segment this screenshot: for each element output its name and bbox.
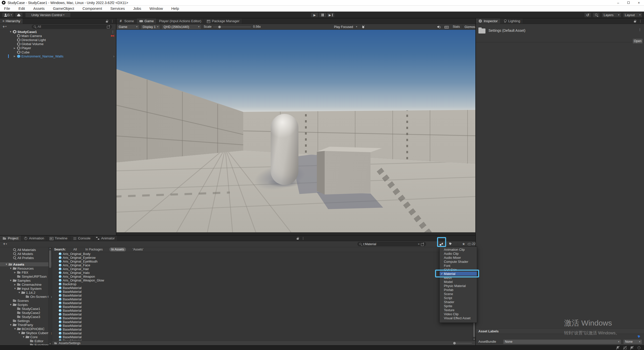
stats-toggle[interactable]: Stats	[453, 25, 460, 28]
type-filter-item[interactable]: Audio Clip	[440, 251, 477, 256]
folder-tree-item[interactable]: Scripts	[0, 303, 52, 307]
close-button[interactable]: ×	[634, 0, 644, 6]
icon-size-knob[interactable]	[453, 342, 456, 344]
type-filter-item[interactable]: Model	[440, 280, 477, 284]
type-filter-item[interactable]: Shader	[440, 300, 477, 304]
folder-tree-item[interactable]: Input System	[0, 287, 52, 291]
hierarchy-search-input[interactable]	[38, 25, 106, 28]
asset-row[interactable]: Aris_Original_EyeMouth	[52, 260, 475, 263]
hierarchy-item[interactable]: Global Volume	[0, 42, 116, 46]
bottom-tab[interactable]: Animator	[93, 236, 117, 241]
type-filter-item[interactable]: Physic Material	[440, 284, 477, 288]
create-asset-button[interactable]: +▾	[2, 242, 8, 246]
folder-tree-item[interactable]: Core	[0, 335, 52, 339]
assetbundle-dropdown[interactable]: None▾	[503, 339, 621, 344]
folder-tree-item[interactable]: Cinemachine	[0, 282, 52, 287]
favorite-item[interactable]: All Models	[0, 252, 52, 256]
expand-caret[interactable]	[5, 263, 8, 266]
bottom-tab[interactable]: Project	[0, 236, 21, 241]
asset-row[interactable]: BaseMaterial	[52, 294, 475, 297]
type-filter-item[interactable]: Animation Clip	[440, 247, 477, 251]
type-filter-item[interactable]: Prefab	[440, 288, 477, 292]
maximize-button[interactable]	[623, 0, 634, 6]
type-filter-item[interactable]: Audio Mixer	[440, 256, 477, 260]
asset-row[interactable]: Aris_Original_Body	[52, 252, 475, 256]
asset-row[interactable]: BaseMaterial	[52, 316, 475, 320]
expand-caret[interactable]	[9, 279, 13, 282]
scroll-up-icon[interactable]: ▲	[49, 247, 52, 250]
chevron-right-icon[interactable]: ›	[113, 54, 114, 58]
project-search-field[interactable]: ×	[357, 242, 426, 246]
kebab-icon[interactable]: ⋮	[639, 19, 642, 23]
expand-caret[interactable]	[9, 267, 13, 270]
expand-caret[interactable]	[13, 47, 17, 49]
favorite-item[interactable]: All Materials	[0, 248, 52, 252]
menu-item[interactable]: Jobs	[133, 6, 141, 11]
project-search-input[interactable]	[363, 242, 417, 246]
scrollbar-thumb[interactable]	[49, 250, 51, 268]
expand-caret[interactable]	[9, 324, 13, 326]
messages-muted-icon[interactable]	[630, 346, 634, 350]
expand-caret[interactable]	[17, 291, 21, 294]
lock-icon[interactable]	[296, 236, 299, 240]
minimize-button[interactable]: –	[613, 0, 623, 6]
favorite-item[interactable]: All Prefabs	[0, 256, 52, 260]
open-button[interactable]: Open	[633, 39, 643, 44]
expand-caret[interactable]	[13, 55, 17, 57]
search-button[interactable]	[593, 13, 600, 17]
asset-row[interactable]: BaseMaterial	[52, 305, 475, 309]
version-control-dropdown[interactable]: Unity Version Control ▾	[25, 13, 71, 17]
folder-tree-item[interactable]: FBX	[0, 270, 52, 274]
view-tab[interactable]: Scene	[116, 18, 137, 24]
status-ok-icon[interactable]	[637, 346, 641, 350]
play-button[interactable]: ▶	[311, 13, 318, 17]
asset-row[interactable]: Aris_Original_Halo	[52, 271, 475, 275]
asset-row[interactable]: BaseMaterial	[52, 339, 475, 340]
view-tab[interactable]: Package Manager	[204, 18, 242, 24]
expand-caret[interactable]	[13, 271, 17, 274]
hierarchy-search-field[interactable]	[32, 25, 112, 29]
open-search-window-icon[interactable]	[421, 242, 424, 246]
asset-row[interactable]: BaseMaterial	[52, 309, 475, 312]
undo-history-button[interactable]: ↺	[584, 13, 591, 17]
folder-tree-item[interactable]: SimpleURPToon	[0, 274, 52, 278]
mute-audio-button[interactable]	[436, 24, 442, 29]
scope-tab[interactable]: All	[71, 247, 79, 251]
menu-item[interactable]: Services	[110, 6, 125, 11]
bottom-tab[interactable]: Animation	[21, 236, 47, 241]
view-tab[interactable]: Game	[137, 18, 157, 24]
asset-row[interactable]: BaseMaterial	[52, 328, 475, 331]
type-filter-item[interactable]: Sprite	[440, 304, 477, 308]
pause-button[interactable]	[319, 13, 326, 17]
asset-row[interactable]: BaseMaterial	[52, 301, 475, 305]
hierarchy-item[interactable]: Cube	[0, 50, 116, 54]
scale-slider[interactable]	[213, 27, 251, 27]
folder-tree-item[interactable]: Assets	[0, 262, 52, 266]
expand-caret[interactable]	[13, 287, 17, 290]
expand-caret[interactable]	[13, 283, 17, 286]
bottom-tab[interactable]: Console	[70, 236, 94, 241]
game-target-dropdown[interactable]: Game▾	[117, 25, 139, 29]
type-filter-item[interactable]: Mesh	[440, 276, 477, 280]
asset-row[interactable]: BaseMaterial	[52, 324, 475, 328]
kebab-icon[interactable]: ⋮	[638, 28, 641, 31]
vsync-grid-button[interactable]	[444, 24, 449, 29]
folder-tree-item[interactable]: Settings	[0, 319, 52, 323]
folder-tree-item[interactable]: BOXOPHOBIC	[0, 327, 52, 331]
cloud-button[interactable]	[15, 13, 23, 17]
hierarchy-item[interactable]: Main Camera	[0, 34, 116, 38]
type-filter-item[interactable]: Visual Effect Asset	[440, 316, 477, 320]
menu-item[interactable]: Help	[171, 6, 179, 11]
icon-size-slider[interactable]	[454, 343, 472, 343]
asset-row[interactable]: Aris_Original_Eyebrow	[52, 256, 475, 260]
type-filter-item[interactable]: Scene	[440, 292, 477, 296]
asset-row[interactable]: Aris_Original_Face	[52, 263, 475, 267]
folder-tree-item[interactable]: Scenes	[0, 299, 52, 303]
folder-tree-item[interactable]: ThirdParty	[0, 323, 52, 327]
layers-dropdown[interactable]: Layers▾	[602, 13, 621, 17]
expand-caret[interactable]	[9, 303, 13, 306]
asset-row[interactable]: BaseMaterial	[52, 331, 475, 335]
menu-item[interactable]: Component	[82, 6, 102, 11]
scroll-down-icon[interactable]: ▼	[49, 343, 52, 345]
expand-caret[interactable]	[9, 30, 13, 33]
